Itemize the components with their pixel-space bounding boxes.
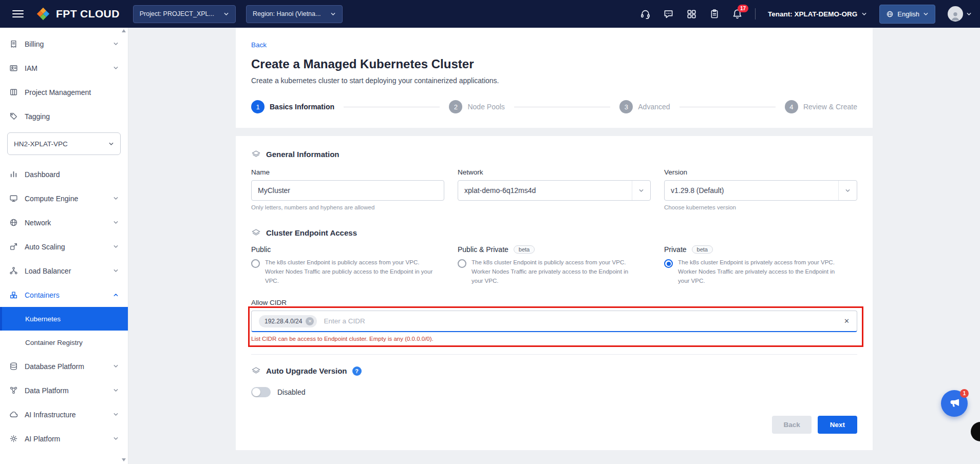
sidebar-subitem-label: Container Registry <box>25 339 83 346</box>
version-field-group: Version v1.29.8 (Default) Choose kuberne… <box>664 168 857 210</box>
cloud-icon <box>9 410 18 419</box>
containers-icon <box>9 291 18 299</box>
sidebar-item-ai-infrastructure[interactable]: AI Infrastructure <box>0 402 128 427</box>
clear-input-icon[interactable] <box>844 317 850 325</box>
version-select[interactable]: v1.29.8 (Default) <box>664 180 857 201</box>
public-radio[interactable] <box>251 259 260 268</box>
auto-upgrade-toggle[interactable] <box>251 387 271 397</box>
fpt-cloud-logo[interactable]: FPT CLOUD <box>35 6 120 22</box>
sidebar-item-iam[interactable]: IAM <box>0 56 128 80</box>
sidebar-item-network[interactable]: Network <box>0 210 128 235</box>
chat-button[interactable] <box>663 9 674 20</box>
language-label: English <box>897 10 919 18</box>
sidebar-item-label: Billing <box>25 40 44 48</box>
sidebar-item-label: AI Platform <box>25 435 60 443</box>
sidebar-scroll-down-arrow[interactable] <box>122 458 126 461</box>
menu-icon[interactable] <box>12 10 24 17</box>
language-selector[interactable]: English <box>879 5 935 24</box>
step-number: 2 <box>449 100 462 113</box>
sidebar-scroll-up-arrow[interactable] <box>122 29 126 32</box>
sidebar-item-containers[interactable]: Containers <box>0 283 128 307</box>
next-button[interactable]: Next <box>818 416 857 434</box>
chevron-down-icon <box>113 196 119 201</box>
cluster-endpoint-access-section-header: Cluster Endpoint Access <box>251 228 857 238</box>
sidebar-item-ai-platform[interactable]: AI Platform <box>0 427 128 451</box>
sidebar-item-kubernetes[interactable]: Kubernetes <box>0 307 128 331</box>
back-button[interactable]: Back <box>772 416 811 434</box>
name-label: Name <box>251 168 444 176</box>
region-selector[interactable]: Region: Hanoi (Vietna... <box>246 5 343 23</box>
header-actions: 17 Tenant: XPLAT-DEMO-ORG English <box>640 5 972 24</box>
step-label: Review & Create <box>803 103 857 111</box>
help-icon[interactable] <box>352 366 362 376</box>
chevron-down-icon <box>966 11 972 17</box>
notifications-button[interactable]: 17 <box>732 9 743 20</box>
layers-icon <box>251 149 261 159</box>
project-selector-label: Project: PROJECT_XPL... <box>140 10 214 17</box>
step-basics-information[interactable]: 1 Basics Information <box>251 100 334 113</box>
sidebar-item-tagging[interactable]: Tagging <box>0 104 128 128</box>
sidebar-item-billing[interactable]: Billing <box>0 32 128 56</box>
cidr-input[interactable]: 192.28.4.0/24 <box>251 311 857 332</box>
sidebar-item-database-platform[interactable]: Database Platform <box>0 354 128 378</box>
sidebar-item-label: Tagging <box>25 112 50 121</box>
public-private-radio[interactable] <box>458 259 466 268</box>
chevron-down-icon <box>113 268 119 274</box>
sidebar-item-project-management[interactable]: Project Management <box>0 80 128 104</box>
clipboard-icon <box>709 9 720 19</box>
tenant-selector[interactable]: Tenant: XPLAT-DEMO-ORG <box>768 10 867 18</box>
sidebar-item-auto-scaling[interactable]: Auto Scaling <box>0 235 128 259</box>
sidebar-item-load-balancer[interactable]: Load Balancer <box>0 259 128 283</box>
chip-remove-icon[interactable] <box>306 317 314 325</box>
step-number: 3 <box>619 100 633 113</box>
support-button[interactable] <box>640 9 651 20</box>
step-number: 4 <box>785 100 798 113</box>
region-selector-label: Region: Hanoi (Vietna... <box>253 10 321 17</box>
name-input[interactable] <box>251 180 444 201</box>
step-connector <box>680 107 776 107</box>
main-content: Back Create a Managed Kubernetes Cluster… <box>128 28 980 464</box>
option-description: The k8s cluster Endpoint is publicly acc… <box>265 258 435 285</box>
cidr-chip: 192.28.4.0/24 <box>259 315 317 327</box>
select-arrow <box>838 181 857 200</box>
sidebar-item-label: Database Platform <box>25 362 84 371</box>
user-menu[interactable] <box>948 6 972 22</box>
section-divider <box>251 354 857 355</box>
globe-icon <box>9 218 18 227</box>
sidebar-item-data-platform[interactable]: Data Platform <box>0 378 128 402</box>
step-review-create[interactable]: 4 Review & Create <box>785 100 857 113</box>
step-label: Node Pools <box>467 103 504 111</box>
endpoint-options: Public The k8s cluster Endpoint is publi… <box>251 245 857 285</box>
logo-mark-icon <box>35 6 51 22</box>
docs-button[interactable] <box>709 9 720 19</box>
project-selector[interactable]: Project: PROJECT_XPL... <box>133 5 236 23</box>
wizard-form-card: General Information Name Only letters, n… <box>236 136 873 450</box>
apps-button[interactable] <box>686 9 697 20</box>
cidr-text-input[interactable] <box>324 317 837 325</box>
sidebar-item-dashboard[interactable]: Dashboard <box>0 162 128 186</box>
version-label: Version <box>664 168 857 176</box>
vpc-selector[interactable]: HN2-XPLAT-VPC <box>7 132 121 155</box>
auto-upgrade-section-header: Auto Upgrade Version <box>251 366 857 376</box>
announcements-button[interactable]: 1 <box>941 390 968 417</box>
top-bar: FPT CLOUD Project: PROJECT_XPL... Region… <box>0 0 980 28</box>
network-label: Network <box>458 168 651 176</box>
private-radio[interactable] <box>664 259 673 268</box>
step-advanced[interactable]: 3 Advanced <box>619 100 670 113</box>
sidebar-item-label: Network <box>25 219 51 227</box>
sidebar-item-label: Containers <box>25 291 60 299</box>
cidr-helper-text: List CIDR can be access to Endpoint clus… <box>251 336 857 342</box>
back-link[interactable]: Back <box>251 41 267 49</box>
chevron-down-icon <box>638 188 644 194</box>
network-select[interactable]: xplat-demo-6q12ms4d <box>458 180 651 201</box>
sidebar-item-compute-engine[interactable]: Compute Engine <box>0 186 128 210</box>
sidebar-item-container-registry[interactable]: Container Registry <box>0 331 128 354</box>
chevron-down-icon <box>113 65 119 71</box>
sidebar-subitem-label: Kubernetes <box>25 315 61 323</box>
chevron-down-icon <box>223 11 229 17</box>
step-node-pools[interactable]: 2 Node Pools <box>449 100 504 113</box>
chevron-down-icon <box>113 41 119 47</box>
sidebar-item-label: AI Infrastructure <box>25 411 76 419</box>
beta-badge: beta <box>692 245 713 254</box>
beta-badge: beta <box>514 245 535 254</box>
